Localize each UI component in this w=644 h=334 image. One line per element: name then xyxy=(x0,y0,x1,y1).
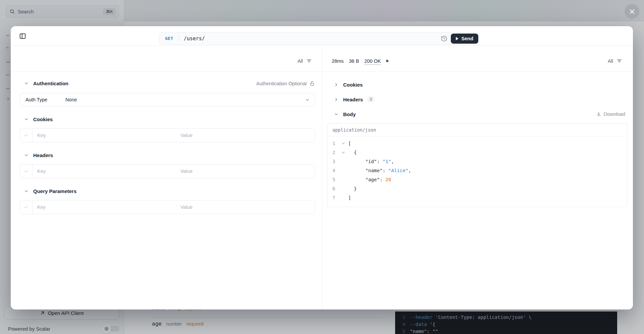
section-header[interactable]: Cookies xyxy=(20,116,315,122)
close-button[interactable] xyxy=(625,4,639,19)
filter-icon xyxy=(306,58,312,64)
key-input[interactable] xyxy=(33,164,176,178)
chevron-down-icon xyxy=(24,153,29,158)
line-number: 6 xyxy=(332,184,341,193)
value-input[interactable] xyxy=(176,164,315,178)
divider xyxy=(178,36,179,41)
section-title: Body xyxy=(343,111,356,117)
code-text: ] xyxy=(348,193,351,202)
response-section-row[interactable]: Headers3 xyxy=(327,92,627,107)
response-pane-header: 28ms 36 B 200 OK All xyxy=(322,46,633,72)
line-number: 2 xyxy=(332,148,341,157)
sidebar-toggle-button[interactable] xyxy=(19,33,26,40)
filter-label: All xyxy=(298,58,303,64)
content-type-label: application/json xyxy=(332,127,376,133)
code-line: 7 ] xyxy=(327,193,627,202)
http-method-label[interactable]: GET xyxy=(165,36,173,41)
chevron-down-icon xyxy=(24,189,29,194)
row-enabled-checkbox[interactable] xyxy=(20,129,33,142)
download-button[interactable]: Download xyxy=(596,111,626,117)
response-section-row[interactable]: Cookies xyxy=(327,77,627,92)
code-line: 1 [ xyxy=(327,139,627,148)
line-number: 3 xyxy=(332,157,341,166)
address-bar[interactable]: GET /users/ Send xyxy=(159,32,480,45)
code-text: [ xyxy=(348,139,351,148)
auth-type-label: Auth Type xyxy=(20,97,65,102)
play-icon xyxy=(456,37,459,40)
key-input[interactable] xyxy=(33,200,176,214)
send-button[interactable]: Send xyxy=(451,34,478,44)
line-number: 7 xyxy=(332,193,341,202)
send-label: Send xyxy=(462,36,473,41)
history-button[interactable] xyxy=(441,35,447,42)
chevron-down-icon xyxy=(305,97,310,102)
auth-optional-indicator: Authentication Optional xyxy=(256,81,315,86)
code-text: "age": 20 xyxy=(348,175,391,184)
code-text: { xyxy=(348,148,357,157)
key-value-row xyxy=(20,164,315,178)
section-header[interactable]: Query Parameters xyxy=(20,188,315,194)
chevron-right-icon xyxy=(334,82,339,87)
row-enabled-checkbox[interactable] xyxy=(20,164,33,178)
download-icon xyxy=(596,111,601,117)
request-pane-header: All xyxy=(11,46,322,72)
history-icon xyxy=(441,35,447,42)
auth-optional-label: Authentication Optional xyxy=(256,81,307,86)
row-enabled-checkbox[interactable] xyxy=(20,200,33,214)
download-label: Download xyxy=(604,111,626,117)
section-title: Query Parameters xyxy=(33,188,76,194)
code-line: 6 } xyxy=(327,184,627,193)
response-meta: 28ms 36 B 200 OK xyxy=(332,58,388,64)
line-number: 1 xyxy=(332,139,341,148)
section-title: Cookies xyxy=(343,82,363,88)
count-badge: 3 xyxy=(367,96,374,102)
section-title: Authentication xyxy=(33,81,68,86)
chevron-down-icon xyxy=(341,150,345,155)
response-status[interactable]: 200 OK xyxy=(364,58,381,64)
chevron-right-icon xyxy=(334,97,339,102)
code-line: 3 "id": "1", xyxy=(327,157,627,166)
code-line: 2 { xyxy=(327,148,627,157)
authentication-section-header[interactable]: Authentication Authentication Optional xyxy=(20,81,315,86)
status-dot-icon xyxy=(386,60,388,62)
modal-topbar: GET /users/ Send xyxy=(11,26,633,46)
response-json-viewer[interactable]: 1 [2 {3 "id": "1",4 "name": "Alice",5 "a… xyxy=(327,136,627,207)
key-value-row xyxy=(20,128,315,142)
value-input[interactable] xyxy=(176,200,315,214)
panel-left-icon xyxy=(19,33,26,40)
fold-toggle[interactable] xyxy=(341,150,348,155)
section-title: Cookies xyxy=(33,116,53,122)
request-url[interactable]: /users/ xyxy=(184,36,205,42)
code-text: } xyxy=(348,184,357,193)
line-number: 4 xyxy=(332,166,341,175)
chevron-down-icon xyxy=(24,81,29,86)
response-section-row[interactable]: Body Download xyxy=(327,107,627,122)
key-value-row xyxy=(20,200,315,214)
section-title: Headers xyxy=(343,97,363,102)
section-header[interactable]: Headers xyxy=(20,152,315,158)
key-input[interactable] xyxy=(33,129,176,142)
auth-type-value: None xyxy=(65,97,77,102)
check-icon xyxy=(24,133,29,138)
response-pane-body: CookiesHeaders3Body Download application… xyxy=(322,72,633,207)
response-pane: 28ms 36 B 200 OK All CookiesHeaders3Body… xyxy=(322,46,633,309)
response-body-card: application/json 1 [2 {3 "id": "1",4 "na… xyxy=(327,123,627,207)
content-type-row: application/json xyxy=(327,124,627,136)
code-line: 5 "age": 20 xyxy=(327,175,627,184)
response-filter-button[interactable]: All xyxy=(608,58,622,64)
chevron-down-icon xyxy=(341,141,345,146)
chevron-down-icon xyxy=(24,117,29,122)
chevron-down-icon xyxy=(334,112,339,117)
lock-open-icon xyxy=(310,81,315,86)
fold-toggle[interactable] xyxy=(341,141,348,146)
request-pane-body: Authentication Authentication Optional A… xyxy=(11,72,322,214)
api-client-modal: GET /users/ Send All xyxy=(11,26,633,309)
check-icon xyxy=(24,205,29,209)
line-number: 5 xyxy=(332,175,341,184)
auth-type-select[interactable]: Auth Type None xyxy=(20,93,315,106)
check-icon xyxy=(24,169,29,174)
value-input[interactable] xyxy=(176,129,315,142)
filter-label: All xyxy=(608,58,613,64)
request-filter-button[interactable]: All xyxy=(298,58,312,64)
request-pane: All Authentication Authentication Option… xyxy=(11,46,322,309)
